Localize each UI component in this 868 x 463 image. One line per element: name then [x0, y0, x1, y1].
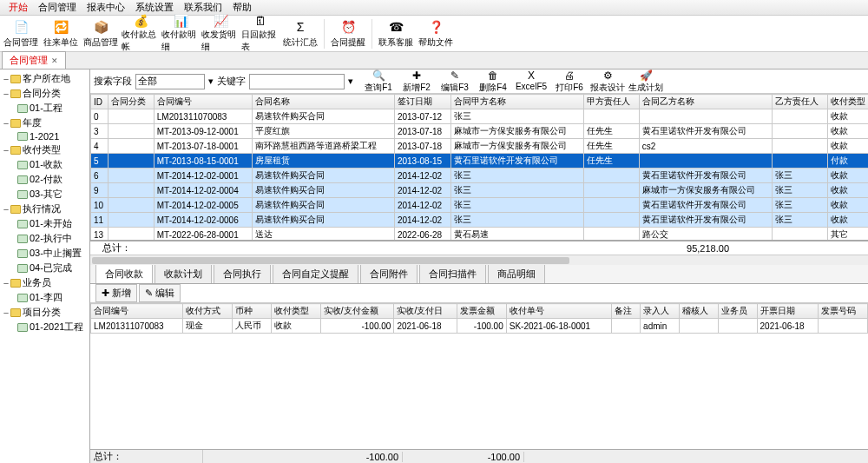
scroll-thumb[interactable] [92, 257, 569, 264]
nav-tree[interactable]: −客户所在地−合同分类01-工程−年度1-2021−收付类型01-收款02-付款… [0, 69, 90, 463]
close-icon[interactable]: ✕ [51, 56, 58, 65]
subtab[interactable]: 合同自定义提醒 [273, 264, 358, 283]
toolbar-商品管理[interactable]: 📦商品管理 [82, 17, 120, 51]
subtab[interactable]: 收款计划 [155, 264, 212, 283]
col-header[interactable]: 收付类型 [827, 95, 868, 109]
tree-node[interactable]: 01-工程 [2, 101, 88, 116]
menu-settings[interactable]: 系统设置 [130, 1, 179, 14]
menu-contract[interactable]: 合同管理 [33, 1, 82, 14]
menu-help[interactable]: 帮助 [227, 1, 257, 14]
col-header[interactable]: 发票金额 [457, 304, 506, 319]
toolbar-收付款明细[interactable]: 📊收付款明细 [161, 17, 200, 51]
col-header[interactable]: 合同分类 [108, 95, 155, 109]
col-header[interactable]: ID [91, 95, 108, 109]
col-header[interactable]: 合同乙方名称 [639, 95, 772, 109]
toolbar-收付款总帐[interactable]: 💰收付款总帐 [122, 17, 160, 51]
tree-node[interactable]: 01-2021工程 [2, 320, 88, 334]
toolbar-合同管理[interactable]: 📄合同管理 [2, 17, 40, 51]
col-header[interactable]: 稽核人 [679, 304, 718, 319]
toolbar-收发货明细[interactable]: 📈收发货明细 [201, 17, 240, 51]
search-field-combo[interactable] [135, 74, 205, 89]
table-row[interactable]: 10MT-2014-12-02-0005易速软件购买合同2014-12-02张三… [91, 198, 869, 213]
tree-twisty[interactable]: − [2, 278, 10, 288]
menu-report[interactable]: 报表中心 [82, 1, 130, 14]
col-header[interactable]: 收付单号 [506, 304, 612, 319]
tree-twisty[interactable]: − [2, 74, 10, 84]
tree-node[interactable]: −合同分类 [2, 86, 88, 101]
tree-twisty[interactable]: − [2, 145, 10, 155]
tree-node[interactable]: 01-收款 [2, 157, 88, 172]
tree-node[interactable]: −客户所在地 [2, 71, 88, 86]
subtab[interactable]: 商品明细 [488, 264, 545, 283]
table-row[interactable]: 5MT-2013-08-15-0001房屋租赁2013-08-15黄石里诺软件开… [91, 154, 869, 169]
detail-edit-button[interactable]: ✎编辑 [139, 284, 181, 302]
detail-add-button[interactable]: ✚新增 [95, 284, 137, 302]
menu-start[interactable]: 开始 [3, 1, 33, 14]
col-header[interactable]: 签订日期 [394, 95, 450, 109]
op-删除F4[interactable]: 🗑删除F4 [475, 68, 511, 96]
table-row[interactable]: LM201311070083现金人民币收款-100.002021-06-18-1… [91, 319, 868, 334]
tree-twisty[interactable]: − [2, 89, 10, 99]
toolbar-往来单位[interactable]: 🔁往来单位 [42, 17, 80, 51]
op-查询F1[interactable]: 🔍查询F1 [360, 68, 397, 96]
subtab[interactable]: 合同执行 [214, 264, 271, 283]
subtab[interactable]: 合同收款 [95, 264, 153, 283]
tree-node[interactable]: −执行情况 [2, 202, 88, 216]
op-打印F6[interactable]: 🖨打印F6 [551, 68, 588, 96]
toolbar-帮助文件[interactable]: ❓帮助文件 [417, 17, 455, 51]
menu-contact[interactable]: 联系我们 [179, 1, 227, 14]
tree-node[interactable]: −年度 [2, 116, 88, 130]
dropdown-icon[interactable]: ▾ [348, 76, 353, 87]
toolbar-统计汇总[interactable]: Σ统计汇总 [281, 17, 319, 51]
table-row[interactable]: 6MT-2014-12-02-0001易速软件购买合同2014-12-02张三黄… [91, 169, 869, 183]
table-row[interactable]: 3MT-2013-09-12-0001平度红旗2013-07-18麻城市一方保安… [91, 124, 869, 139]
table-row[interactable]: 13MT-2022-06-28-0001送达2022-06-28黄石易速路公交其… [91, 228, 869, 241]
tree-node[interactable]: 1-2021 [2, 130, 88, 142]
tree-node[interactable]: 04-已完成 [2, 261, 88, 275]
tree-node[interactable]: 01-未开始 [2, 216, 88, 231]
op-报表设计[interactable]: ⚙报表设计 [589, 68, 626, 96]
dropdown-icon[interactable]: ▾ [208, 76, 214, 87]
col-header[interactable]: 甲方责任人 [584, 95, 640, 109]
toolbar-合同提醒[interactable]: ⏰合同提醒 [329, 17, 367, 51]
col-header[interactable]: 币种 [233, 304, 272, 319]
col-header[interactable]: 合同编号 [154, 95, 252, 109]
col-header[interactable]: 合同编号 [91, 304, 183, 319]
table-row[interactable]: 0LM201311070083易速软件购买合同2013-07-12张三收款2.0… [91, 109, 869, 124]
toolbar-日回款报表[interactable]: 🗓日回款报表 [241, 17, 279, 51]
col-header[interactable]: 收付方式 [183, 304, 233, 319]
col-header[interactable]: 开票日期 [757, 304, 818, 319]
tab-contract-mgmt[interactable]: 合同管理 ✕ [2, 51, 66, 69]
h-scrollbar[interactable] [90, 255, 868, 265]
col-header[interactable]: 实收/支付日 [394, 304, 457, 319]
col-header[interactable]: 发票号码 [818, 304, 867, 319]
col-header[interactable]: 乙方责任人 [772, 95, 827, 109]
op-新增F2[interactable]: ✚新增F2 [398, 68, 435, 96]
keyword-input[interactable] [249, 74, 345, 89]
tree-node[interactable]: 03-其它 [2, 187, 88, 202]
tree-node[interactable]: 01-李四 [2, 290, 88, 305]
col-header[interactable]: 合同名称 [252, 95, 394, 109]
toolbar-联系客服[interactable]: ☎联系客服 [377, 17, 415, 51]
tree-twisty[interactable]: − [2, 118, 10, 129]
tree-node[interactable]: −业务员 [2, 275, 88, 290]
op-编辑F3[interactable]: ✎编辑F3 [437, 68, 473, 96]
tree-twisty[interactable]: − [2, 204, 10, 215]
subtab[interactable]: 合同附件 [360, 264, 418, 283]
contract-grid[interactable]: ID合同分类合同编号合同名称签订日期合同甲方名称甲方责任人合同乙方名称乙方责任人… [90, 94, 868, 241]
tree-node[interactable]: −项目分类 [2, 305, 88, 320]
table-row[interactable]: 11MT-2014-12-02-0006易速软件购买合同2014-12-02张三… [91, 213, 869, 228]
detail-grid-wrap[interactable]: 合同编号收付方式币种收付类型实收/支付金额实收/支付日发票金额收付单号备注录入人… [90, 303, 868, 449]
tree-node[interactable]: 03-中止搁置 [2, 246, 88, 261]
tree-node[interactable]: 02-付款 [2, 172, 88, 187]
col-header[interactable]: 备注 [612, 304, 641, 319]
op-生成计划[interactable]: 🚀生成计划 [628, 68, 664, 96]
col-header[interactable]: 收付类型 [271, 304, 320, 319]
subtab[interactable]: 合同扫描件 [419, 264, 486, 283]
tree-node[interactable]: −收付类型 [2, 142, 88, 157]
table-row[interactable]: 9MT-2014-12-02-0004易速软件购买合同2014-12-02张三麻… [91, 183, 869, 198]
contract-grid-wrap[interactable]: ID合同分类合同编号合同名称签订日期合同甲方名称甲方责任人合同乙方名称乙方责任人… [90, 94, 868, 241]
tree-twisty[interactable]: − [2, 308, 10, 318]
col-header[interactable]: 录入人 [641, 304, 680, 319]
table-row[interactable]: 4MT-2013-07-18-0001南环路慧祖西路等道路桥梁工程2013-07… [91, 139, 869, 154]
